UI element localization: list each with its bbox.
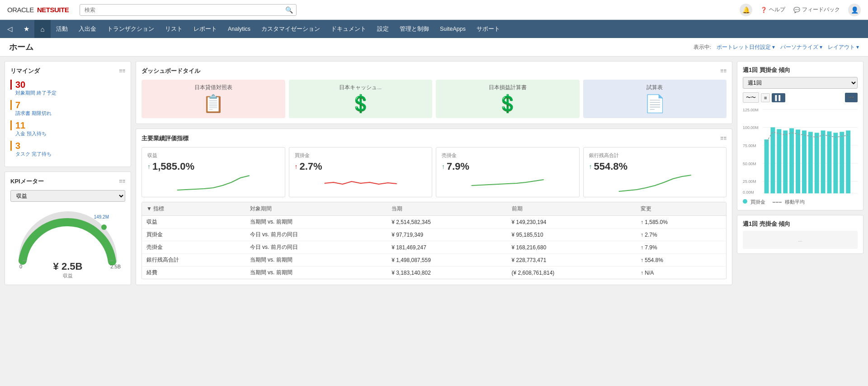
kpi-sparkline-payable — [295, 174, 427, 192]
cell-period-0[interactable]: 当期間 vs. 前期間 — [245, 216, 387, 229]
nav-item-analytics[interactable]: Analytics — [222, 20, 256, 38]
reminder-item-0: 30 対象期間 終了予定 — [10, 80, 125, 96]
tile-cs[interactable]: 日本キャッシュ... 💲 — [289, 80, 433, 118]
col-period: 対象期間 — [245, 202, 387, 216]
nav-item-transactions[interactable]: トランザクション — [102, 20, 160, 38]
reminder-number-2[interactable]: 11 — [10, 120, 125, 130]
cell-metric-1: 買掛金 — [142, 229, 245, 241]
nav-item-settings[interactable]: 設定 — [372, 20, 394, 38]
trend-chart-select[interactable]: 週1回 — [743, 77, 858, 89]
nav-item-activity[interactable]: 活動 — [51, 20, 73, 38]
tile-tb-icon: 📄 — [644, 94, 665, 114]
cell-period-2[interactable]: 今日 vs. 前月の同日 — [245, 241, 387, 254]
cell-current-4: ¥ 3,183,140,802 — [387, 267, 507, 279]
cell-period-1[interactable]: 今日 vs. 前月の同日 — [245, 229, 387, 241]
kpi-card-payable-label: 買掛金 — [295, 152, 427, 159]
chart-tool-bar[interactable]: ▌▌ — [772, 93, 785, 102]
chart-tool-line2[interactable]: ≡ — [761, 93, 770, 102]
nav-item-documents[interactable]: ドキュメント — [326, 20, 372, 38]
reminders-drag-handle[interactable]: ⠿⠿ — [119, 69, 125, 74]
svg-rect-26 — [833, 133, 838, 193]
kpi-card-bank-value: ↑ 554.8% — [589, 161, 721, 172]
personalize-button[interactable]: パーソナライズ ▾ — [780, 44, 822, 51]
svg-point-0 — [101, 224, 107, 230]
tile-pl-label: 日本損益計算書 — [489, 84, 527, 91]
kpi-section-drag-handle[interactable]: ⠿⠿ — [720, 136, 726, 141]
reminder-number-1[interactable]: 7 — [10, 100, 125, 110]
feedback-icon: 💬 — [793, 7, 800, 13]
kpi-card-payable: 買掛金 ↑ 2.7% — [289, 147, 433, 197]
reminders-title: リマインダ ⠿⠿ — [10, 67, 125, 75]
user-avatar[interactable]: 👤 — [848, 4, 861, 16]
notifications-button[interactable]: 🔔 — [740, 4, 752, 16]
reminder-label-1[interactable]: 請求書 期限切れ — [10, 110, 125, 117]
personalize-label: パーソナライズ — [780, 44, 818, 51]
table-row: 買掛金 今日 vs. 前月の同日 ¥ 97,719,349 ¥ 95,185,5… — [142, 229, 726, 241]
kpi-card-receivable: 売掛金 ↑ 7.9% — [436, 147, 580, 197]
bar-chart-svg: 125.00M 100.00M 75.00M 50.00M 25.00M 0.0… — [743, 105, 858, 196]
feedback-button[interactable]: 💬 フィードバック — [793, 6, 840, 14]
svg-text:100.00M: 100.00M — [743, 125, 759, 130]
kpi-table: ▼ 指標 対象期間 当期 前期 変更 収益 当期間 vs. 前期間 ¥ 2,51… — [142, 202, 726, 279]
legend-payable: 買掛金 — [743, 199, 765, 205]
nav-item-support[interactable]: サポート — [471, 20, 505, 38]
nav-item-management[interactable]: 管理と制御 — [394, 20, 434, 38]
nav-item-reports[interactable]: レポート — [188, 20, 222, 38]
gauge-container: 149.2M 0 2.5B ¥ 2.5B 収益 — [10, 206, 125, 279]
logo-netsuite: NETSUITE — [37, 6, 69, 14]
revenue-arrow-icon: ↑ — [147, 163, 151, 170]
kpi-meter-title: KPIメーター ⠿⠿ — [10, 177, 125, 186]
cell-metric-4: 経費 — [142, 267, 245, 279]
chart-tool-line1[interactable]: 〜〜 — [743, 92, 759, 103]
portlet-date-button[interactable]: ポートレット日付設定 ▾ — [717, 44, 775, 51]
reminder-label-2[interactable]: 入金 預入待ち — [10, 130, 125, 137]
svg-text:25.00M: 25.00M — [743, 179, 756, 184]
tile-cs-label: 日本キャッシュ... — [339, 84, 382, 91]
center-panel: ダッシュボードタイル ⠿⠿ 日本貸借対照表 📋 日本キャッシュ... 💲 日本損… — [136, 61, 732, 285]
svg-text:50.00M: 50.00M — [743, 162, 756, 166]
cell-period-4[interactable]: 当期間 vs. 前期間 — [245, 267, 387, 279]
svg-rect-25 — [827, 131, 832, 193]
tile-pl[interactable]: 日本損益計算書 💲 — [436, 80, 580, 118]
reminder-label-0[interactable]: 対象期間 終了予定 — [10, 90, 125, 96]
kpi-meter-drag-handle[interactable]: ⠿⠿ — [119, 179, 125, 184]
nav-item-payments[interactable]: 入出金 — [73, 20, 102, 38]
nav-home-button[interactable]: ⌂ — [34, 20, 51, 38]
search-input[interactable] — [80, 4, 297, 16]
nav-favorites-button[interactable]: ★ — [18, 20, 34, 38]
gauge-min: 0 — [19, 264, 22, 269]
tile-bs-label: 日本貸借対照表 — [194, 84, 232, 91]
legend-moving-avg: 移動平均 — [773, 199, 805, 205]
reminder-number-0[interactable]: 30 — [10, 80, 125, 90]
nav-item-list[interactable]: リスト — [160, 20, 188, 38]
cell-change-2: ↑ 7.9% — [636, 241, 726, 254]
tile-pl-icon: 💲 — [497, 94, 518, 114]
kpi-sparkline-bank — [589, 174, 721, 192]
payable-arrow-icon: ↑ — [295, 163, 298, 170]
cell-change-4: ↑ N/A — [636, 267, 726, 279]
dashboard-tiles-title: ダッシュボードタイル ⠿⠿ — [142, 67, 726, 75]
help-button[interactable]: ❓ ヘルプ — [760, 6, 785, 14]
help-icon: ❓ — [760, 7, 767, 13]
chart-toolbar: 〜〜 ≡ ▌▌ 〰️ — [743, 92, 858, 103]
tile-tb[interactable]: 試算表 📄 — [583, 80, 727, 118]
legend-moving-avg-line — [773, 202, 782, 203]
reminder-number-3[interactable]: 3 — [10, 141, 125, 151]
tile-bs[interactable]: 日本貸借対照表 📋 — [142, 80, 285, 118]
kpi-sparkline-receivable — [442, 174, 574, 192]
nav-item-customization[interactable]: カスタマイゼーション — [256, 20, 326, 38]
chart-tool-line3[interactable]: 〰️ — [845, 93, 858, 102]
nav-history-button[interactable]: ◁ — [2, 20, 18, 38]
receivable-arrow-icon: ↑ — [442, 163, 445, 170]
kpi-meter-select[interactable]: 収益 — [10, 190, 125, 202]
reminder-item-1: 7 請求書 期限切れ — [10, 100, 125, 117]
bar-chart-area: 125.00M 100.00M 75.00M 50.00M 25.00M 0.0… — [743, 105, 858, 196]
tiles-drag-handle[interactable]: ⠿⠿ — [720, 69, 726, 74]
cell-metric-0: 収益 — [142, 216, 245, 229]
main-content: リマインダ ⠿⠿ 30 対象期間 終了予定 7 請求書 期限切れ 11 入金 預… — [0, 57, 868, 290]
nav-item-suiteapps[interactable]: SuiteApps — [434, 20, 471, 38]
svg-text:0.00M: 0.00M — [743, 190, 754, 195]
reminder-label-3[interactable]: タスク 完了待ち — [10, 151, 125, 157]
cell-period-3[interactable]: 当期間 vs. 前期間 — [245, 254, 387, 267]
layout-button[interactable]: レイアウト ▾ — [828, 44, 859, 51]
